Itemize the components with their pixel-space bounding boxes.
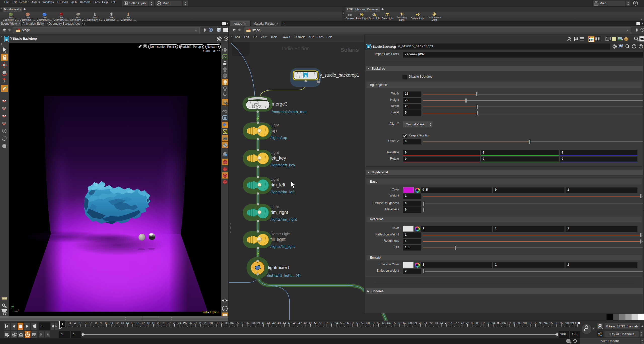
svg-text:fill_light: fill_light: [270, 237, 286, 242]
svg-text:y: y: [11, 306, 13, 308]
svg-text:rim_right: rim_right: [270, 210, 288, 215]
svg-text:/materials/cloth_mat: /materials/cloth_mat: [272, 110, 307, 114]
svg-text:merge3: merge3: [272, 101, 288, 107]
svg-text:/lights/left_key: /lights/left_key: [270, 163, 295, 167]
svg-text:/lights/rim_left: /lights/rim_left: [270, 190, 295, 194]
svg-text:/lights/top: /lights/top: [270, 135, 287, 140]
svg-text:Indie Edition: Indie Edition: [282, 46, 310, 51]
svg-text:_x: _x: [16, 309, 19, 311]
svg-text:/lights/rim_right: /lights/rim_right: [270, 217, 297, 221]
svg-text:/lights/fill_light: /lights/fill_light: [270, 244, 295, 249]
svg-text:Light: Light: [270, 205, 279, 209]
svg-text:/lights/fill_light... (4): /lights/fill_light... (4): [267, 273, 301, 277]
svg-text:i: i: [224, 307, 225, 311]
svg-text:y_studio_backdrop1: y_studio_backdrop1: [320, 73, 359, 78]
svg-text:lightmixer1: lightmixer1: [268, 265, 290, 270]
svg-text:left_key: left_key: [270, 156, 286, 161]
svg-text:Dome Light: Dome Light: [270, 232, 291, 236]
svg-text:Light: Light: [270, 177, 279, 181]
svg-text:Light: Light: [270, 150, 279, 155]
svg-text:top: top: [270, 128, 277, 133]
svg-text:rim_left: rim_left: [270, 182, 285, 188]
svg-text:Solaris: Solaris: [340, 47, 359, 53]
svg-text:Light: Light: [270, 123, 279, 127]
